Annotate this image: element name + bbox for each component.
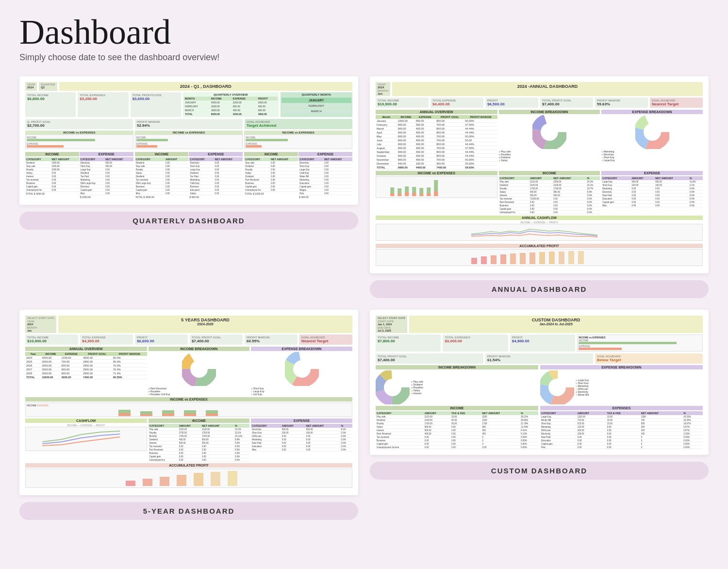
svg-rect-43 [118,413,131,416]
svg-rect-58 [228,471,237,486]
svg-rect-25 [500,254,506,264]
q-expenses: $3,200.00 [80,97,126,101]
q-income: $6,800.00 [27,97,74,101]
svg-rect-27 [520,253,526,264]
svg-rect-54 [160,477,169,486]
quarterly-card: YEAR 2024 QUARTER Q1 2024 - Q1 , DASHBOA… [19,76,358,298]
svg-rect-22 [471,258,477,264]
svg-rect-32 [568,251,574,264]
svg-rect-45 [140,414,152,416]
svg-rect-26 [510,253,516,264]
svg-rect-19 [427,193,430,196]
svg-rect-13 [405,192,409,196]
page-subtitle: Simply choose date to see the dashboard … [19,52,709,63]
svg-rect-52 [126,481,135,486]
svg-rect-56 [194,473,203,486]
page-title: Dashboard [19,15,709,50]
custom-card: SELECT START DATE START DATE Jan 1, 2024… [370,310,709,520]
svg-point-37 [192,362,206,376]
svg-point-68 [550,381,564,394]
svg-rect-29 [539,252,545,264]
quarterly-label: QUARTERLY DASHBOARD [19,212,358,230]
svg-rect-28 [529,252,535,264]
annual-label: ANNUAL DASHBOARD [370,280,709,298]
svg-rect-15 [412,193,416,196]
svg-rect-57 [211,472,220,486]
svg-rect-9 [390,193,394,196]
svg-rect-33 [578,251,584,264]
dashboards-grid: YEAR 2024 QUARTER Q1 2024 - Q1 , DASHBOA… [19,76,709,520]
svg-rect-47 [162,414,174,416]
svg-point-41 [295,362,309,376]
svg-rect-23 [481,256,487,264]
custom-label: CUSTOM DASHBOARD [370,462,709,480]
svg-rect-31 [559,251,564,264]
svg-rect-30 [549,251,555,264]
svg-point-3 [543,125,556,139]
svg-rect-17 [419,194,423,196]
q-profit: $3,600.00 [132,97,179,101]
quarterly-header: 2024 - Q1 , DASHBOARD [59,82,352,91]
annual-card: YEAR 2024 MONTH Jan 2024 -ANNUAL DASHBOA… [370,76,709,298]
svg-point-7 [645,125,659,139]
svg-rect-49 [184,414,196,416]
svg-point-63 [386,381,399,394]
svg-rect-53 [143,479,152,486]
svg-rect-11 [397,194,401,196]
five-year-label: 5-YEAR DASHBOARD [19,502,358,520]
svg-rect-55 [177,475,186,486]
svg-rect-24 [491,255,496,264]
five-year-card: SELECT START DATE YEAR 2024 MONTH Jan 5 … [19,310,358,520]
svg-rect-51 [206,414,218,416]
svg-rect-21 [434,191,438,196]
